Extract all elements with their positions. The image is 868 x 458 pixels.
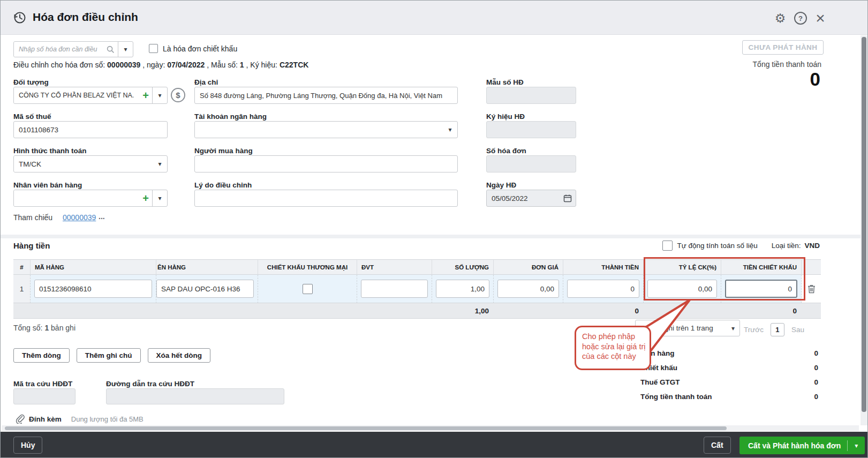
currency-type-value: VND <box>804 242 820 250</box>
doi-tuong-label: Đối tượng <box>13 78 49 86</box>
page-title: Hóa đơn điều chỉnh <box>33 11 138 24</box>
paperclip-icon[interactable] <box>16 414 25 424</box>
col-header-dvt: ĐVT <box>357 259 432 275</box>
row-tien-chiet-khau-input[interactable] <box>725 280 797 298</box>
col-header-so-luong: SỐ LƯỢNG <box>432 259 494 275</box>
doi-tuong-dropdown-button[interactable]: ▾ <box>152 87 167 103</box>
doi-tuong-combo: + ▾ <box>13 87 168 104</box>
ky-hieu-hd-label: Ký hiệu HĐ <box>486 112 525 121</box>
nhan-vien-input[interactable] <box>14 190 139 206</box>
currency-type-label: Loại tiền: <box>772 242 801 250</box>
save-options-caret-icon[interactable]: ▾ <box>848 442 865 449</box>
tham-chieu-more-button[interactable]: ... <box>99 212 105 221</box>
currency-icon[interactable]: $ <box>171 88 185 102</box>
nhan-vien-dropdown-button[interactable]: ▾ <box>152 190 167 206</box>
add-employee-icon[interactable]: + <box>139 190 152 206</box>
search-dropdown-button[interactable]: ▾ <box>118 42 133 57</box>
tai-khoan-label: Tài khoản ngân hàng <box>194 112 267 121</box>
info-serial: C22TCK <box>280 61 308 69</box>
discount-invoice-checkbox[interactable] <box>149 44 158 53</box>
hinh-thuc-tt-select[interactable]: ▾ <box>13 155 168 172</box>
tai-khoan-select[interactable]: ▾ <box>194 121 458 138</box>
nhan-vien-label: Nhân viên bán hàng <box>13 181 82 189</box>
ngay-hd-label: Ngày HĐ <box>486 181 516 189</box>
row-thanh-tien-input[interactable] <box>567 280 639 298</box>
doi-tuong-input[interactable] <box>14 87 139 103</box>
so-hoa-don-input <box>486 155 576 172</box>
row-ty-le-ck-input[interactable] <box>647 280 717 298</box>
horizontal-scrollbar-thumb[interactable] <box>5 426 727 430</box>
vertical-scrollbar[interactable] <box>861 35 868 425</box>
add-note-button[interactable]: Thêm ghi chú <box>77 348 141 363</box>
vertical-scrollbar-thumb[interactable] <box>862 37 866 412</box>
row-chiet-khau-tm-checkbox[interactable] <box>303 284 313 294</box>
tham-chieu-link[interactable]: 00000039 <box>63 213 96 222</box>
add-row-button[interactable]: Thêm dòng <box>13 348 70 363</box>
page-size-value: 20 bản ghi trên 1 trang <box>640 324 713 332</box>
dia-chi-label: Địa chỉ <box>194 78 218 86</box>
delete-all-rows-button[interactable]: Xóa hết dòng <box>148 348 211 363</box>
status-badge: CHƯA PHÁT HÀNH <box>742 40 824 55</box>
ly-do-input[interactable] <box>194 190 458 207</box>
calendar-icon[interactable] <box>560 190 576 206</box>
attach-label[interactable]: Đính kèm <box>29 415 62 423</box>
col-header-tien-chiet-khau: TIỀN CHIẾT KHẤU <box>721 259 802 275</box>
dia-chi-input[interactable] <box>194 87 458 104</box>
row-ten-hang-input[interactable] <box>156 280 254 298</box>
next-page-button[interactable]: Sau <box>791 326 804 334</box>
invoice-adjustment-dialog: Hóa đơn điều chỉnh ⚙ ? × ▾ Là hóa đơn ch… <box>0 0 868 458</box>
auto-calc-checkbox[interactable] <box>662 241 673 251</box>
total-amount-value: 0 <box>810 69 820 90</box>
ngay-hd-datepicker[interactable] <box>486 190 576 207</box>
mau-so-hd-input <box>486 87 576 104</box>
summary-label: Tổng tiền thanh toán <box>640 393 712 401</box>
titlebar: Hóa đơn điều chỉnh ⚙ ? × <box>1 1 867 35</box>
annotation-callout: Cho phép nhập hoặc sửa lại giá trị của c… <box>575 326 651 370</box>
items-section-title: Hàng tiền <box>13 241 50 250</box>
info-date-label: , ngày: <box>142 61 165 69</box>
ngay-hd-value[interactable] <box>487 190 560 206</box>
add-customer-icon[interactable]: + <box>139 87 152 103</box>
col-header-chiet-khau-tm: CHIẾT KHẤU THƯƠNG MẠI <box>258 259 357 275</box>
close-icon[interactable]: × <box>813 11 827 25</box>
trash-icon[interactable] <box>807 284 816 294</box>
prev-page-button[interactable]: Trước <box>744 326 764 334</box>
invoice-search-input[interactable] <box>14 42 103 57</box>
save-and-publish-button[interactable]: Cất và Phát hành hóa đơn ▾ <box>739 437 865 454</box>
mau-so-hd-label: Mẫu số HĐ <box>486 78 524 86</box>
ky-hieu-hd-input <box>486 121 576 138</box>
save-and-publish-label: Cất và Phát hành hóa đơn <box>739 441 847 450</box>
hinh-thuc-tt-value[interactable] <box>14 156 153 172</box>
nguoi-mua-input[interactable] <box>194 155 458 172</box>
summary-row-thue-gtgt: Thuế GTGT 0 <box>640 378 818 386</box>
row-so-luong-input[interactable] <box>436 280 489 298</box>
record-count: Tổng số: 1 bản ghi <box>13 324 76 332</box>
current-page-box[interactable]: 1 <box>771 323 784 336</box>
row-dvt-input[interactable] <box>361 280 428 298</box>
ma-so-thue-label: Mã số thuế <box>13 112 51 121</box>
horizontal-scrollbar[interactable] <box>2 425 859 431</box>
tham-chieu-label: Tham chiếu <box>13 213 52 222</box>
col-header-ty-le-ck: TỶ LỆ CK(%) <box>644 259 721 275</box>
attach-hint: Dung lượng tối đa 5MB <box>71 415 144 423</box>
record-count-value: 1 <box>44 324 49 332</box>
gear-icon[interactable]: ⚙ <box>773 11 787 25</box>
help-icon[interactable]: ? <box>794 11 807 25</box>
so-hoa-don-label: Số hóa đơn <box>486 147 526 155</box>
row-don-gia-input[interactable] <box>497 280 559 298</box>
items-table-totals-row: 1,00 0 0 <box>13 303 821 319</box>
table-row: 1 <box>13 275 821 303</box>
ma-so-thue-input[interactable] <box>13 121 168 138</box>
cancel-button[interactable]: Hủy <box>13 437 42 454</box>
info-prefix: Điều chỉnh cho hóa đơn số: <box>13 61 105 69</box>
save-button[interactable]: Cất <box>704 437 731 454</box>
discount-invoice-checkbox-label: Là hóa đơn chiết khấu <box>163 44 237 53</box>
info-serial-label: , Ký hiệu: <box>246 61 277 69</box>
row-ma-hang-input[interactable] <box>34 280 152 298</box>
tai-khoan-value[interactable] <box>195 122 443 138</box>
summary-row-tong-tien: Tổng tiền thanh toán 0 <box>640 393 818 401</box>
row-delete-cell <box>802 275 821 303</box>
row-action-buttons: Thêm dòng Thêm ghi chú Xóa hết dòng <box>13 348 210 363</box>
info-invoice-no: 00000039 <box>107 61 140 69</box>
ma-tra-cuu-label: Mã tra cứu HĐĐT <box>13 380 72 388</box>
